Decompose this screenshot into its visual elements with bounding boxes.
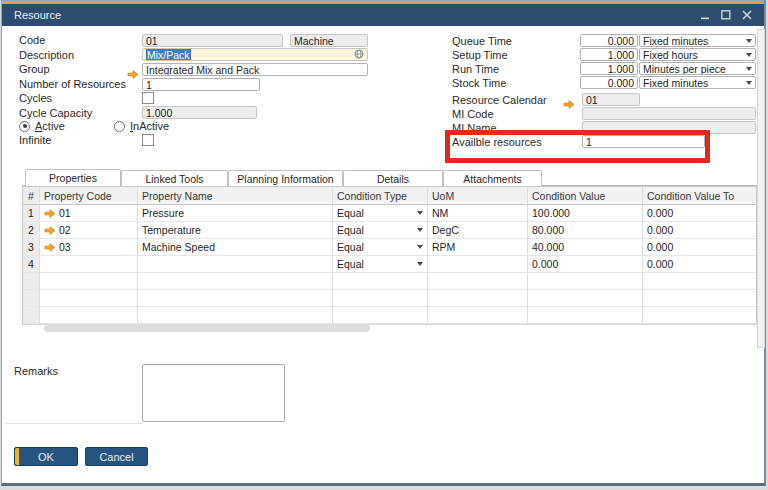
table-row: 2 02 Temperature Equal DegC 80.000 0.000	[23, 222, 756, 239]
tab-properties[interactable]: Properties	[25, 169, 121, 186]
col-header-condition-value-to: Condition Value To	[643, 187, 756, 205]
vertical-scrollbar-track[interactable]	[757, 29, 765, 348]
cycle-capacity-label: Cycle Capacity	[19, 107, 92, 120]
uom-cell[interactable]: RPM	[428, 239, 528, 256]
tab-attachments[interactable]: Attachments	[443, 170, 542, 186]
condition-type-cell[interactable]: Equal	[333, 239, 428, 256]
dropdown-arrow-icon[interactable]	[746, 53, 752, 57]
property-name-cell[interactable]: Machine Speed	[138, 239, 333, 256]
available-resources-field[interactable]: 1	[582, 135, 705, 148]
dropdown-arrow-icon[interactable]	[746, 67, 752, 71]
property-code-cell[interactable]: 03	[40, 239, 138, 256]
link-arrow-icon[interactable]	[563, 95, 575, 113]
mi-name-field[interactable]	[582, 121, 756, 134]
col-header-condition-value: Condition Value	[528, 187, 643, 205]
property-code-cell[interactable]: 02	[40, 222, 138, 239]
condition-value-to-cell[interactable]: 0.000	[643, 222, 756, 239]
number-of-resources-label: Number of Resources	[19, 78, 126, 91]
code-field[interactable]: 01	[142, 34, 283, 47]
row-number[interactable]: 2	[23, 222, 40, 239]
minimize-icon[interactable]	[701, 10, 710, 20]
stock-time-field[interactable]: 0.000	[580, 76, 638, 89]
description-field[interactable]: Mix/Pack	[142, 48, 368, 61]
uom-cell[interactable]: DegC	[428, 222, 528, 239]
property-name-cell[interactable]	[138, 256, 333, 273]
table-header-row: # Property Code Property Name Condition …	[23, 187, 756, 205]
horizontal-scrollbar-thumb[interactable]	[44, 324, 370, 332]
active-radio[interactable]: Active	[19, 120, 65, 132]
tab-linked-tools[interactable]: Linked Tools	[121, 170, 228, 186]
condition-type-cell[interactable]: Equal	[333, 222, 428, 239]
dropdown-arrow-icon[interactable]	[417, 228, 423, 232]
available-resources-label: Availble resources	[452, 136, 542, 149]
condition-type-cell[interactable]: Equal	[333, 256, 428, 273]
row-number[interactable]: 1	[23, 205, 40, 222]
run-time-unit-dropdown[interactable]: Minutes per piece	[639, 62, 756, 75]
inactive-radio-circle[interactable]	[114, 121, 125, 132]
tab-planning-information[interactable]: Planning Information	[228, 170, 343, 186]
active-radio-circle[interactable]	[19, 121, 30, 132]
dropdown-arrow-icon[interactable]	[746, 39, 752, 43]
stock-time-label: Stock Time	[452, 77, 506, 90]
cycle-capacity-field[interactable]: 1.000	[142, 106, 257, 119]
resource-type-field[interactable]: Machine	[290, 34, 368, 47]
inactive-radio[interactable]: InActive	[114, 120, 169, 132]
run-time-label: Run Time	[452, 63, 499, 76]
link-arrow-icon	[44, 243, 56, 252]
remarks-label: Remarks	[14, 365, 58, 378]
mi-code-field[interactable]	[582, 107, 756, 120]
property-name-cell[interactable]: Temperature	[138, 222, 333, 239]
link-arrow-icon[interactable]	[127, 65, 139, 83]
remarks-field[interactable]	[142, 364, 285, 422]
setup-time-unit-dropdown[interactable]: Fixed hours	[639, 48, 756, 61]
run-time-field[interactable]: 1.000	[580, 62, 638, 75]
queue-time-label: Queue Time	[452, 35, 512, 48]
queue-time-unit-dropdown[interactable]: Fixed minutes	[639, 34, 756, 47]
setup-time-field[interactable]: 1.000	[580, 48, 638, 61]
globe-icon[interactable]	[354, 49, 364, 61]
maximize-icon[interactable]	[721, 10, 731, 20]
queue-time-field[interactable]: 0.000	[580, 34, 638, 47]
description-label: Description	[19, 49, 74, 62]
uom-cell[interactable]	[428, 256, 528, 273]
group-field[interactable]: Integrated Mix and Pack	[142, 63, 368, 76]
condition-value-to-cell[interactable]: 0.000	[643, 239, 756, 256]
active-radio-label[interactable]: Active	[35, 120, 65, 132]
inactive-radio-label[interactable]: InActive	[130, 120, 169, 132]
table-row: 1 01 Pressure Equal NM 100.000 0.000	[23, 205, 756, 222]
table-row-empty	[23, 273, 756, 290]
uom-cell[interactable]: NM	[428, 205, 528, 222]
cancel-button[interactable]: Cancel	[85, 447, 148, 466]
dropdown-arrow-icon[interactable]	[417, 245, 423, 249]
condition-value-cell[interactable]: 80.000	[528, 222, 643, 239]
infinite-checkbox[interactable]	[142, 134, 154, 146]
condition-value-cell[interactable]: 0.000	[528, 256, 643, 273]
row-number[interactable]: 4	[23, 256, 40, 273]
dropdown-arrow-icon[interactable]	[417, 262, 423, 266]
property-name-cell[interactable]: Pressure	[138, 205, 333, 222]
row-number[interactable]: 3	[23, 239, 40, 256]
dropdown-arrow-icon[interactable]	[746, 81, 752, 85]
condition-value-cell[interactable]: 40.000	[528, 239, 643, 256]
number-of-resources-field[interactable]: 1	[142, 78, 260, 91]
ok-button[interactable]: OK	[14, 447, 78, 466]
stock-time-unit-dropdown[interactable]: Fixed minutes	[639, 76, 756, 89]
resource-calendar-label: Resource Calendar	[452, 94, 547, 107]
code-label: Code	[19, 34, 45, 47]
col-header-property-name: Property Name	[138, 187, 333, 205]
close-icon[interactable]	[742, 10, 752, 20]
table-row: 3 03 Machine Speed Equal RPM 40.000 0.00…	[23, 239, 756, 256]
group-label: Group	[19, 63, 50, 76]
condition-value-cell[interactable]: 100.000	[528, 205, 643, 222]
table-row: 4 Equal 0.000 0.000	[23, 256, 756, 273]
window-title: Resource	[14, 9, 701, 21]
dropdown-arrow-icon[interactable]	[417, 211, 423, 215]
cycles-checkbox[interactable]	[142, 92, 154, 104]
condition-value-to-cell[interactable]: 0.000	[643, 205, 756, 222]
property-code-cell[interactable]: 01	[40, 205, 138, 222]
condition-type-cell[interactable]: Equal	[333, 205, 428, 222]
condition-value-to-cell[interactable]: 0.000	[643, 256, 756, 273]
tab-details[interactable]: Details	[343, 170, 443, 186]
resource-calendar-field[interactable]: 01	[582, 93, 640, 106]
property-code-cell[interactable]	[40, 256, 138, 273]
